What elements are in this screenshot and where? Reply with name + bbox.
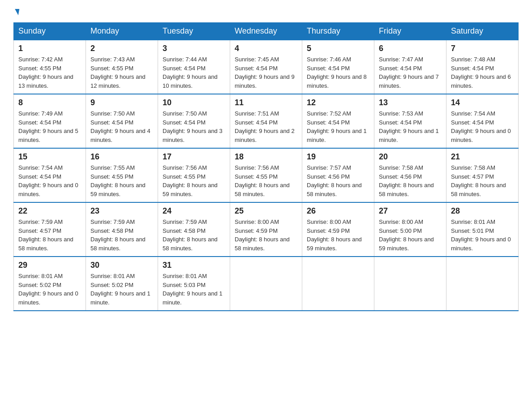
day-number: 2	[90, 44, 153, 53]
day-number: 30	[90, 261, 153, 270]
calendar-day-1: 1 Sunrise: 7:42 AM Sunset: 4:55 PM Dayli…	[14, 40, 86, 94]
logo-arrow-icon	[14, 9, 19, 15]
day-info: Sunrise: 7:57 AM Sunset: 4:56 PM Dayligh…	[307, 163, 369, 198]
day-number: 22	[18, 206, 81, 216]
empty-cell	[230, 257, 302, 311]
empty-cell	[374, 257, 446, 311]
day-info: Sunrise: 7:48 AM Sunset: 4:54 PM Dayligh…	[451, 55, 514, 90]
day-info: Sunrise: 7:42 AM Sunset: 4:55 PM Dayligh…	[18, 55, 81, 90]
calendar-day-31: 31 Sunrise: 8:01 AM Sunset: 5:03 PM Dayl…	[158, 257, 230, 311]
day-info: Sunrise: 8:01 AM Sunset: 5:01 PM Dayligh…	[451, 218, 514, 253]
calendar-day-15: 15 Sunrise: 7:54 AM Sunset: 4:54 PM Dayl…	[14, 148, 86, 202]
day-number: 10	[163, 98, 225, 107]
calendar-day-4: 4 Sunrise: 7:45 AM Sunset: 4:54 PM Dayli…	[230, 40, 302, 94]
day-number: 4	[235, 44, 297, 53]
day-info: Sunrise: 7:47 AM Sunset: 4:54 PM Dayligh…	[379, 55, 442, 90]
calendar-day-28: 28 Sunrise: 8:01 AM Sunset: 5:01 PM Dayl…	[446, 202, 519, 257]
day-info: Sunrise: 7:49 AM Sunset: 4:54 PM Dayligh…	[18, 109, 81, 144]
calendar-day-21: 21 Sunrise: 7:58 AM Sunset: 4:57 PM Dayl…	[446, 148, 519, 202]
day-info: Sunrise: 7:58 AM Sunset: 4:57 PM Dayligh…	[451, 163, 514, 198]
calendar-day-13: 13 Sunrise: 7:53 AM Sunset: 4:54 PM Dayl…	[374, 94, 446, 148]
day-info: Sunrise: 8:01 AM Sunset: 5:03 PM Dayligh…	[163, 272, 225, 307]
calendar-day-18: 18 Sunrise: 7:56 AM Sunset: 4:55 PM Dayl…	[230, 148, 302, 202]
day-info: Sunrise: 7:58 AM Sunset: 4:56 PM Dayligh…	[379, 163, 442, 198]
calendar-table: SundayMondayTuesdayWednesdayThursdayFrid…	[13, 22, 519, 311]
day-number: 28	[451, 206, 514, 216]
calendar-day-23: 23 Sunrise: 7:59 AM Sunset: 4:58 PM Dayl…	[86, 202, 158, 257]
calendar-day-10: 10 Sunrise: 7:50 AM Sunset: 4:54 PM Dayl…	[158, 94, 230, 148]
calendar-day-7: 7 Sunrise: 7:48 AM Sunset: 4:54 PM Dayli…	[446, 40, 519, 94]
day-number: 14	[451, 98, 514, 107]
day-info: Sunrise: 7:56 AM Sunset: 4:55 PM Dayligh…	[235, 163, 297, 198]
day-info: Sunrise: 7:45 AM Sunset: 4:54 PM Dayligh…	[235, 55, 297, 90]
day-number: 29	[18, 261, 81, 270]
day-info: Sunrise: 7:55 AM Sunset: 4:55 PM Dayligh…	[90, 163, 153, 198]
weekday-header-friday: Friday	[374, 23, 446, 40]
day-number: 3	[163, 44, 225, 53]
day-info: Sunrise: 7:54 AM Sunset: 4:54 PM Dayligh…	[451, 109, 514, 144]
day-info: Sunrise: 7:43 AM Sunset: 4:55 PM Dayligh…	[90, 55, 153, 90]
day-info: Sunrise: 7:50 AM Sunset: 4:54 PM Dayligh…	[163, 109, 225, 144]
calendar-week-1: 1 Sunrise: 7:42 AM Sunset: 4:55 PM Dayli…	[14, 40, 519, 94]
day-number: 17	[163, 152, 225, 162]
day-info: Sunrise: 7:56 AM Sunset: 4:55 PM Dayligh…	[163, 163, 225, 198]
calendar-day-19: 19 Sunrise: 7:57 AM Sunset: 4:56 PM Dayl…	[302, 148, 374, 202]
day-number: 9	[90, 98, 153, 107]
day-number: 16	[90, 152, 153, 162]
calendar-day-27: 27 Sunrise: 8:00 AM Sunset: 5:00 PM Dayl…	[374, 202, 446, 257]
calendar-day-26: 26 Sunrise: 8:00 AM Sunset: 4:59 PM Dayl…	[302, 202, 374, 257]
day-number: 20	[379, 152, 442, 162]
day-number: 12	[307, 98, 369, 107]
day-info: Sunrise: 7:53 AM Sunset: 4:54 PM Dayligh…	[379, 109, 442, 144]
day-info: Sunrise: 7:59 AM Sunset: 4:58 PM Dayligh…	[90, 218, 153, 253]
weekday-header-tuesday: Tuesday	[158, 23, 230, 40]
weekday-header-row: SundayMondayTuesdayWednesdayThursdayFrid…	[14, 23, 519, 40]
calendar-day-22: 22 Sunrise: 7:59 AM Sunset: 4:57 PM Dayl…	[14, 202, 86, 257]
calendar-day-12: 12 Sunrise: 7:52 AM Sunset: 4:54 PM Dayl…	[302, 94, 374, 148]
calendar-day-30: 30 Sunrise: 8:01 AM Sunset: 5:02 PM Dayl…	[86, 257, 158, 311]
page-header	[13, 9, 519, 15]
empty-cell	[302, 257, 374, 311]
calendar-week-4: 22 Sunrise: 7:59 AM Sunset: 4:57 PM Dayl…	[14, 202, 519, 257]
calendar-day-14: 14 Sunrise: 7:54 AM Sunset: 4:54 PM Dayl…	[446, 94, 519, 148]
day-number: 24	[163, 206, 225, 216]
day-info: Sunrise: 8:00 AM Sunset: 4:59 PM Dayligh…	[307, 218, 369, 253]
day-info: Sunrise: 8:01 AM Sunset: 5:02 PM Dayligh…	[18, 272, 81, 307]
day-number: 11	[235, 98, 297, 107]
day-number: 5	[307, 44, 369, 53]
calendar-day-6: 6 Sunrise: 7:47 AM Sunset: 4:54 PM Dayli…	[374, 40, 446, 94]
weekday-header-saturday: Saturday	[446, 23, 519, 40]
day-info: Sunrise: 7:59 AM Sunset: 4:57 PM Dayligh…	[18, 218, 81, 253]
empty-cell	[446, 257, 519, 311]
day-info: Sunrise: 7:50 AM Sunset: 4:54 PM Dayligh…	[90, 109, 153, 144]
calendar-day-8: 8 Sunrise: 7:49 AM Sunset: 4:54 PM Dayli…	[14, 94, 86, 148]
day-info: Sunrise: 7:46 AM Sunset: 4:54 PM Dayligh…	[307, 55, 369, 90]
day-number: 25	[235, 206, 297, 216]
weekday-header-monday: Monday	[86, 23, 158, 40]
calendar-day-20: 20 Sunrise: 7:58 AM Sunset: 4:56 PM Dayl…	[374, 148, 446, 202]
day-info: Sunrise: 7:52 AM Sunset: 4:54 PM Dayligh…	[307, 109, 369, 144]
day-number: 21	[451, 152, 514, 162]
day-info: Sunrise: 8:00 AM Sunset: 4:59 PM Dayligh…	[235, 218, 297, 253]
weekday-header-wednesday: Wednesday	[230, 23, 302, 40]
calendar-week-2: 8 Sunrise: 7:49 AM Sunset: 4:54 PM Dayli…	[14, 94, 519, 148]
day-number: 19	[307, 152, 369, 162]
day-info: Sunrise: 7:54 AM Sunset: 4:54 PM Dayligh…	[18, 163, 81, 198]
day-number: 26	[307, 206, 369, 216]
weekday-header-sunday: Sunday	[14, 23, 86, 40]
calendar-week-5: 29 Sunrise: 8:01 AM Sunset: 5:02 PM Dayl…	[14, 257, 519, 311]
day-number: 27	[379, 206, 442, 216]
calendar-day-17: 17 Sunrise: 7:56 AM Sunset: 4:55 PM Dayl…	[158, 148, 230, 202]
day-number: 1	[18, 44, 81, 53]
day-info: Sunrise: 7:44 AM Sunset: 4:54 PM Dayligh…	[163, 55, 225, 90]
day-info: Sunrise: 7:51 AM Sunset: 4:54 PM Dayligh…	[235, 109, 297, 144]
calendar-day-29: 29 Sunrise: 8:01 AM Sunset: 5:02 PM Dayl…	[14, 257, 86, 311]
day-number: 13	[379, 98, 442, 107]
calendar-day-2: 2 Sunrise: 7:43 AM Sunset: 4:55 PM Dayli…	[86, 40, 158, 94]
calendar-week-3: 15 Sunrise: 7:54 AM Sunset: 4:54 PM Dayl…	[14, 148, 519, 202]
logo	[13, 9, 19, 15]
calendar-day-5: 5 Sunrise: 7:46 AM Sunset: 4:54 PM Dayli…	[302, 40, 374, 94]
day-info: Sunrise: 8:00 AM Sunset: 5:00 PM Dayligh…	[379, 218, 442, 253]
calendar-day-24: 24 Sunrise: 7:59 AM Sunset: 4:58 PM Dayl…	[158, 202, 230, 257]
calendar-day-16: 16 Sunrise: 7:55 AM Sunset: 4:55 PM Dayl…	[86, 148, 158, 202]
